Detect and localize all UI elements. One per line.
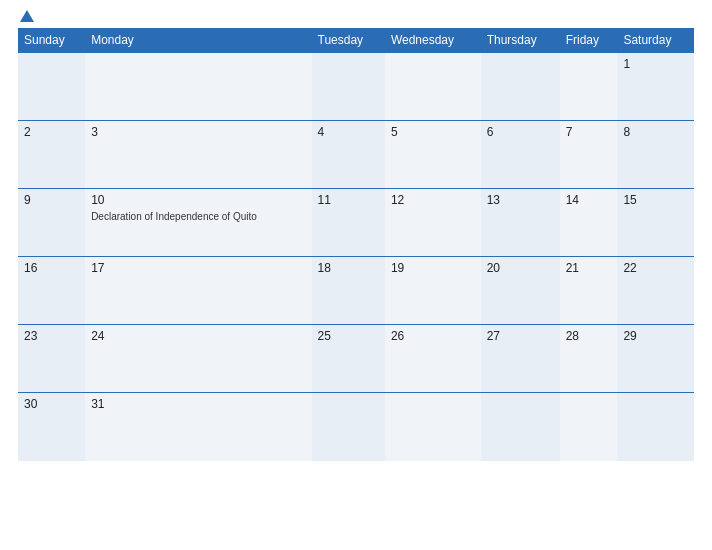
- day-number: 10: [91, 193, 305, 207]
- day-number: 28: [566, 329, 612, 343]
- calendar-body: 12345678910Declaration of Independence o…: [18, 53, 694, 461]
- day-number: 9: [24, 193, 79, 207]
- calendar-cell: 21: [560, 257, 618, 325]
- calendar-cell: [18, 53, 85, 121]
- calendar-cell: [312, 393, 385, 461]
- week-row-3: 910Declaration of Independence of Quito1…: [18, 189, 694, 257]
- calendar-cell: [385, 393, 481, 461]
- day-number: 30: [24, 397, 79, 411]
- week-row-2: 2345678: [18, 121, 694, 189]
- day-number: 7: [566, 125, 612, 139]
- calendar-cell: 15: [617, 189, 694, 257]
- calendar-cell: 28: [560, 325, 618, 393]
- day-number: 12: [391, 193, 475, 207]
- weekday-header-wednesday: Wednesday: [385, 28, 481, 53]
- day-number: 21: [566, 261, 612, 275]
- weekday-header-friday: Friday: [560, 28, 618, 53]
- calendar-cell: 1: [617, 53, 694, 121]
- weekday-header-tuesday: Tuesday: [312, 28, 385, 53]
- calendar-cell: [481, 393, 560, 461]
- weekday-header-thursday: Thursday: [481, 28, 560, 53]
- day-number: 16: [24, 261, 79, 275]
- week-row-1: 1: [18, 53, 694, 121]
- calendar-cell: 18: [312, 257, 385, 325]
- calendar-cell: 17: [85, 257, 311, 325]
- calendar-cell: [617, 393, 694, 461]
- weekday-header-row: SundayMondayTuesdayWednesdayThursdayFrid…: [18, 28, 694, 53]
- day-number: 23: [24, 329, 79, 343]
- week-row-5: 23242526272829: [18, 325, 694, 393]
- calendar-cell: [560, 393, 618, 461]
- day-number: 13: [487, 193, 554, 207]
- calendar-cell: [385, 53, 481, 121]
- calendar-cell: 16: [18, 257, 85, 325]
- calendar-cell: 19: [385, 257, 481, 325]
- day-number: 3: [91, 125, 305, 139]
- day-number: 17: [91, 261, 305, 275]
- calendar-cell: 26: [385, 325, 481, 393]
- calendar-cell: 3: [85, 121, 311, 189]
- calendar-cell: [481, 53, 560, 121]
- weekday-header-saturday: Saturday: [617, 28, 694, 53]
- day-number: 4: [318, 125, 379, 139]
- calendar-cell: 24: [85, 325, 311, 393]
- day-number: 31: [91, 397, 305, 411]
- day-number: 6: [487, 125, 554, 139]
- calendar-cell: 6: [481, 121, 560, 189]
- calendar-cell: [312, 53, 385, 121]
- calendar-cell: 22: [617, 257, 694, 325]
- calendar-cell: 13: [481, 189, 560, 257]
- calendar-cell: 2: [18, 121, 85, 189]
- day-number: 18: [318, 261, 379, 275]
- day-number: 24: [91, 329, 305, 343]
- calendar-cell: 10Declaration of Independence of Quito: [85, 189, 311, 257]
- day-number: 19: [391, 261, 475, 275]
- day-number: 2: [24, 125, 79, 139]
- logo-triangle-icon: [20, 10, 34, 22]
- calendar-header: [18, 10, 694, 22]
- day-number: 26: [391, 329, 475, 343]
- calendar-cell: 29: [617, 325, 694, 393]
- calendar-cell: 8: [617, 121, 694, 189]
- day-number: 14: [566, 193, 612, 207]
- calendar-cell: [85, 53, 311, 121]
- day-number: 20: [487, 261, 554, 275]
- calendar-cell: 20: [481, 257, 560, 325]
- day-number: 1: [623, 57, 688, 71]
- calendar-cell: 9: [18, 189, 85, 257]
- calendar-cell: 23: [18, 325, 85, 393]
- calendar-table: SundayMondayTuesdayWednesdayThursdayFrid…: [18, 28, 694, 461]
- calendar-cell: 11: [312, 189, 385, 257]
- day-number: 27: [487, 329, 554, 343]
- event-label: Declaration of Independence of Quito: [91, 211, 257, 222]
- day-number: 15: [623, 193, 688, 207]
- calendar-cell: 14: [560, 189, 618, 257]
- calendar-page: SundayMondayTuesdayWednesdayThursdayFrid…: [0, 0, 712, 550]
- calendar-cell: 7: [560, 121, 618, 189]
- day-number: 29: [623, 329, 688, 343]
- calendar-cell: 5: [385, 121, 481, 189]
- calendar-cell: 12: [385, 189, 481, 257]
- weekday-header-sunday: Sunday: [18, 28, 85, 53]
- calendar-cell: 30: [18, 393, 85, 461]
- calendar-cell: 25: [312, 325, 385, 393]
- day-number: 25: [318, 329, 379, 343]
- week-row-4: 16171819202122: [18, 257, 694, 325]
- day-number: 11: [318, 193, 379, 207]
- day-number: 8: [623, 125, 688, 139]
- logo: [18, 10, 36, 22]
- weekday-header-monday: Monday: [85, 28, 311, 53]
- calendar-cell: 4: [312, 121, 385, 189]
- calendar-cell: [560, 53, 618, 121]
- week-row-6: 3031: [18, 393, 694, 461]
- day-number: 5: [391, 125, 475, 139]
- day-number: 22: [623, 261, 688, 275]
- calendar-cell: 27: [481, 325, 560, 393]
- calendar-cell: 31: [85, 393, 311, 461]
